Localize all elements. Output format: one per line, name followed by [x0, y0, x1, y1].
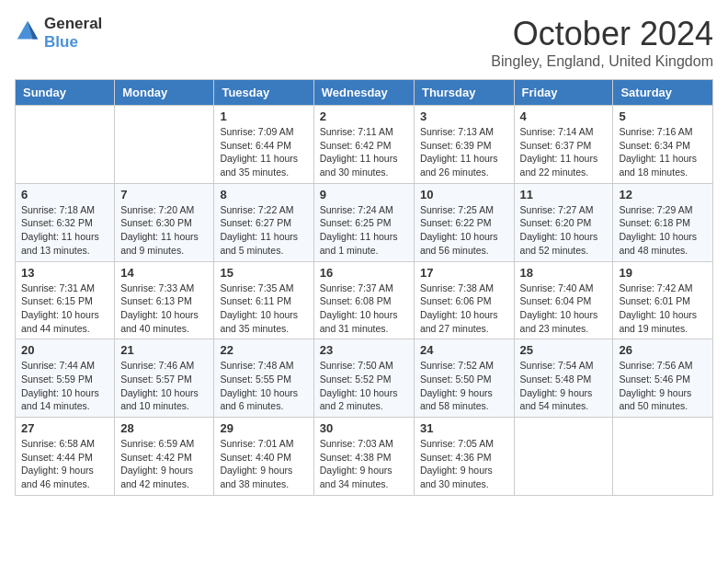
day-info: Sunrise: 6:59 AM Sunset: 4:42 PM Dayligh… — [120, 437, 208, 491]
date-number: 29 — [220, 421, 307, 435]
date-number: 16 — [320, 266, 408, 280]
calendar-table: Sunday Monday Tuesday Wednesday Thursday… — [15, 79, 713, 496]
date-number: 10 — [420, 188, 508, 201]
date-number: 20 — [21, 343, 108, 357]
day-info: Sunrise: 7:29 AM Sunset: 6:18 PM Dayligh… — [619, 203, 707, 258]
day-info: Sunrise: 7:22 AM Sunset: 6:27 PM Dayligh… — [220, 203, 307, 258]
table-row: 17Sunrise: 7:38 AM Sunset: 6:06 PM Dayli… — [414, 261, 514, 339]
date-number: 13 — [21, 266, 108, 280]
day-info: Sunrise: 7:11 AM Sunset: 6:42 PM Dayligh… — [320, 125, 408, 179]
table-row: 27Sunrise: 6:58 AM Sunset: 4:44 PM Dayli… — [16, 418, 115, 496]
date-number: 25 — [520, 343, 608, 357]
date-number: 30 — [320, 421, 408, 435]
day-info: Sunrise: 7:33 AM Sunset: 6:13 PM Dayligh… — [120, 282, 208, 336]
header-monday: Monday — [115, 80, 214, 106]
date-number: 23 — [320, 343, 408, 357]
day-info: Sunrise: 7:31 AM Sunset: 6:15 PM Dayligh… — [21, 282, 108, 336]
day-info: Sunrise: 7:38 AM Sunset: 6:06 PM Dayligh… — [420, 282, 508, 336]
date-number: 4 — [520, 109, 608, 123]
day-info: Sunrise: 7:35 AM Sunset: 6:11 PM Dayligh… — [220, 282, 307, 336]
day-info: Sunrise: 7:50 AM Sunset: 5:52 PM Dayligh… — [320, 359, 408, 413]
table-row: 26Sunrise: 7:56 AM Sunset: 5:46 PM Dayli… — [613, 339, 713, 418]
table-row: 13Sunrise: 7:31 AM Sunset: 6:15 PM Dayli… — [16, 261, 115, 339]
day-info: Sunrise: 7:52 AM Sunset: 5:50 PM Dayligh… — [420, 359, 508, 413]
table-row: 9Sunrise: 7:24 AM Sunset: 6:25 PM Daylig… — [313, 183, 414, 261]
date-number: 2 — [320, 109, 408, 123]
date-number: 12 — [619, 188, 707, 201]
day-info: Sunrise: 7:16 AM Sunset: 6:34 PM Dayligh… — [619, 125, 707, 179]
table-row: 4Sunrise: 7:14 AM Sunset: 6:37 PM Daylig… — [514, 106, 613, 184]
week-row-1: 1Sunrise: 7:09 AM Sunset: 6:44 PM Daylig… — [16, 106, 713, 184]
date-number: 28 — [120, 421, 208, 435]
day-header-row: Sunday Monday Tuesday Wednesday Thursday… — [16, 80, 713, 106]
logo-general: General — [44, 15, 102, 33]
day-info: Sunrise: 7:24 AM Sunset: 6:25 PM Dayligh… — [320, 203, 408, 258]
date-number: 5 — [619, 109, 707, 123]
table-row — [16, 106, 115, 184]
date-number: 21 — [120, 343, 208, 357]
date-number: 31 — [420, 421, 508, 435]
day-info: Sunrise: 6:58 AM Sunset: 4:44 PM Dayligh… — [21, 437, 108, 491]
table-row: 25Sunrise: 7:54 AM Sunset: 5:48 PM Dayli… — [514, 339, 613, 418]
table-row: 11Sunrise: 7:27 AM Sunset: 6:20 PM Dayli… — [514, 183, 613, 261]
location-title: Bingley, England, United Kingdom — [491, 53, 713, 70]
month-title: October 2024 — [491, 15, 713, 53]
day-info: Sunrise: 7:40 AM Sunset: 6:04 PM Dayligh… — [520, 282, 608, 336]
date-number: 11 — [520, 188, 608, 201]
table-row: 18Sunrise: 7:40 AM Sunset: 6:04 PM Dayli… — [514, 261, 613, 339]
table-row: 30Sunrise: 7:03 AM Sunset: 4:38 PM Dayli… — [313, 418, 414, 496]
date-number: 18 — [520, 266, 608, 280]
day-info: Sunrise: 7:01 AM Sunset: 4:40 PM Dayligh… — [220, 437, 307, 491]
date-number: 8 — [220, 188, 307, 201]
table-row: 15Sunrise: 7:35 AM Sunset: 6:11 PM Dayli… — [214, 261, 313, 339]
table-row: 16Sunrise: 7:37 AM Sunset: 6:08 PM Dayli… — [313, 261, 414, 339]
date-number: 7 — [120, 188, 208, 201]
week-row-5: 27Sunrise: 6:58 AM Sunset: 4:44 PM Dayli… — [16, 418, 713, 496]
table-row: 19Sunrise: 7:42 AM Sunset: 6:01 PM Dayli… — [613, 261, 713, 339]
date-number: 1 — [220, 109, 307, 123]
date-number: 27 — [21, 421, 108, 435]
day-info: Sunrise: 7:18 AM Sunset: 6:32 PM Dayligh… — [21, 203, 108, 258]
date-number: 6 — [21, 188, 108, 201]
table-row: 8Sunrise: 7:22 AM Sunset: 6:27 PM Daylig… — [214, 183, 313, 261]
date-number: 3 — [420, 109, 508, 123]
title-area: October 2024 Bingley, England, United Ki… — [491, 15, 713, 70]
day-info: Sunrise: 7:13 AM Sunset: 6:39 PM Dayligh… — [420, 125, 508, 179]
table-row: 1Sunrise: 7:09 AM Sunset: 6:44 PM Daylig… — [214, 106, 313, 184]
day-info: Sunrise: 7:37 AM Sunset: 6:08 PM Dayligh… — [320, 282, 408, 336]
table-row: 3Sunrise: 7:13 AM Sunset: 6:39 PM Daylig… — [414, 106, 514, 184]
logo-blue: Blue — [44, 33, 102, 52]
week-row-4: 20Sunrise: 7:44 AM Sunset: 5:59 PM Dayli… — [16, 339, 713, 418]
logo: General Blue — [15, 15, 102, 52]
week-row-3: 13Sunrise: 7:31 AM Sunset: 6:15 PM Dayli… — [16, 261, 713, 339]
table-row: 21Sunrise: 7:46 AM Sunset: 5:57 PM Dayli… — [115, 339, 214, 418]
table-row: 24Sunrise: 7:52 AM Sunset: 5:50 PM Dayli… — [414, 339, 514, 418]
page-header: General Blue October 2024 Bingley, Engla… — [15, 15, 713, 70]
table-row: 31Sunrise: 7:05 AM Sunset: 4:36 PM Dayli… — [414, 418, 514, 496]
header-wednesday: Wednesday — [313, 80, 414, 106]
date-number: 19 — [619, 266, 707, 280]
header-saturday: Saturday — [613, 80, 713, 106]
table-row: 23Sunrise: 7:50 AM Sunset: 5:52 PM Dayli… — [313, 339, 414, 418]
day-info: Sunrise: 7:20 AM Sunset: 6:30 PM Dayligh… — [120, 203, 208, 258]
day-info: Sunrise: 7:05 AM Sunset: 4:36 PM Dayligh… — [420, 437, 508, 491]
day-info: Sunrise: 7:03 AM Sunset: 4:38 PM Dayligh… — [320, 437, 408, 491]
date-number: 24 — [420, 343, 508, 357]
header-thursday: Thursday — [414, 80, 514, 106]
day-info: Sunrise: 7:09 AM Sunset: 6:44 PM Dayligh… — [220, 125, 307, 179]
day-info: Sunrise: 7:27 AM Sunset: 6:20 PM Dayligh… — [520, 203, 608, 258]
day-info: Sunrise: 7:48 AM Sunset: 5:55 PM Dayligh… — [220, 359, 307, 413]
table-row: 2Sunrise: 7:11 AM Sunset: 6:42 PM Daylig… — [313, 106, 414, 184]
table-row: 22Sunrise: 7:48 AM Sunset: 5:55 PM Dayli… — [214, 339, 313, 418]
day-info: Sunrise: 7:42 AM Sunset: 6:01 PM Dayligh… — [619, 282, 707, 336]
table-row: 5Sunrise: 7:16 AM Sunset: 6:34 PM Daylig… — [613, 106, 713, 184]
date-number: 17 — [420, 266, 508, 280]
table-row: 7Sunrise: 7:20 AM Sunset: 6:30 PM Daylig… — [115, 183, 214, 261]
table-row — [514, 418, 613, 496]
date-number: 15 — [220, 266, 307, 280]
day-info: Sunrise: 7:44 AM Sunset: 5:59 PM Dayligh… — [21, 359, 108, 413]
table-row: 20Sunrise: 7:44 AM Sunset: 5:59 PM Dayli… — [16, 339, 115, 418]
table-row: 6Sunrise: 7:18 AM Sunset: 6:32 PM Daylig… — [16, 183, 115, 261]
table-row: 28Sunrise: 6:59 AM Sunset: 4:42 PM Dayli… — [115, 418, 214, 496]
date-number: 14 — [120, 266, 208, 280]
